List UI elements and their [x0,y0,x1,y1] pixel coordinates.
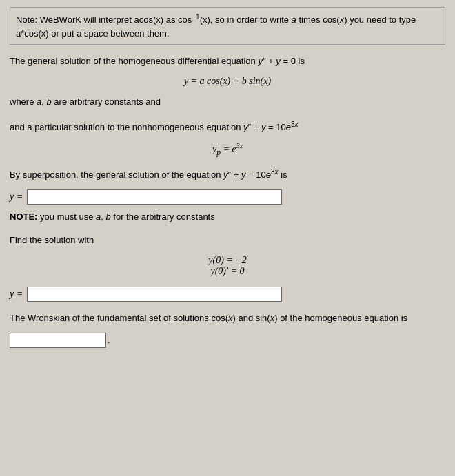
y-input-row-2: y = [10,287,445,302]
period: . [108,335,110,346]
homogeneous-formula-display: y = a cos(x) + b sin(x) [10,76,445,87]
find-solution-text: Find the solution with [10,235,94,245]
section-wronskian: The Wronskian of the fundamental set of … [10,311,445,326]
homogeneous-formula: y = a cos(x) + b sin(x) [184,76,271,86]
italic-a: a [292,14,296,25]
note-box: Note: WeBWorK will interpret acos(x) as … [10,7,445,45]
section-particular-intro: and a particular solution to the nonhomo… [10,119,445,135]
y-answer-input-1[interactable] [27,189,282,205]
ic-line2: y(0)′ = 0 [10,266,445,277]
section-note2: NOTE: you must use a, b for the arbitrar… [10,210,445,225]
particular-formula-display: yp = e3x [10,142,445,156]
particular-formula: yp = e3x [212,144,243,154]
note2-bold: NOTE: [10,211,37,222]
wronskian-text: The Wronskian of the fundamental set of … [10,313,407,323]
section-homogeneous: The general solution of the homogeneous … [10,54,445,69]
section-where: where a, b are arbitrary constants and [10,95,445,110]
y-label-2: y = [10,289,23,300]
particular-intro-text: and a particular solution to the nonhomo… [10,122,298,132]
y-input-row-1: y = [10,189,445,205]
wronskian-input-row: . [10,333,445,348]
initial-conditions-display: y(0) = −2 y(0)′ = 0 [10,255,445,277]
superscript-minus1: −1 [192,13,199,21]
wronskian-answer-input[interactable] [10,333,106,348]
section-superposition: By superposition, the general solution o… [10,167,445,183]
where-text: where a, b are arbitrary constants and [10,96,161,107]
note-text-1: Note: WeBWorK will interpret acos(x) as … [16,14,416,39]
ic-line1: y(0) = −2 [10,255,445,266]
section-find-solution: Find the solution with [10,234,445,248]
y-answer-input-2[interactable] [27,287,282,302]
main-container: Note: WeBWorK will interpret acos(x) as … [0,0,455,360]
italic-x-1: x [340,14,345,25]
homogeneous-intro-text: The general solution of the homogeneous … [10,56,305,66]
superposition-text: By superposition, the general solution o… [10,169,287,180]
note2-text: you must use a, b for the arbitrary cons… [40,211,215,222]
y-label-1: y = [10,192,23,203]
